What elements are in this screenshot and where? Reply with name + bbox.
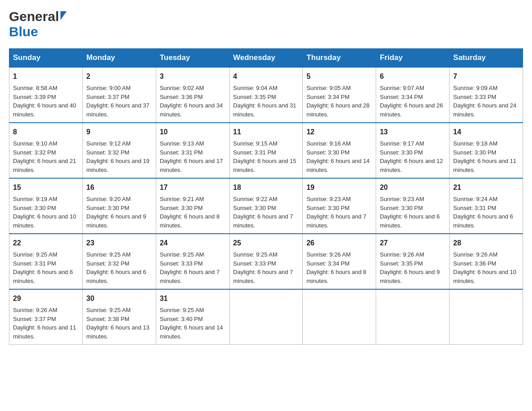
day-cell-6: 6Sunrise: 9:07 AMSunset: 3:34 PMDaylight… <box>376 67 450 123</box>
day-cell-23: 23Sunrise: 9:25 AMSunset: 3:32 PMDayligh… <box>82 234 156 289</box>
day-number: 30 <box>86 293 152 304</box>
day-cell-27: 27Sunrise: 9:26 AMSunset: 3:35 PMDayligh… <box>376 234 450 289</box>
day-cell-7: 7Sunrise: 9:09 AMSunset: 3:33 PMDaylight… <box>450 67 523 123</box>
logo-blue-text: Blue <box>9 24 67 39</box>
day-header-sunday: Sunday <box>9 49 83 68</box>
logo-triangle-icon <box>60 11 67 20</box>
page-header: General Blue <box>9 9 523 39</box>
day-cell-13: 13Sunrise: 9:17 AMSunset: 3:30 PMDayligh… <box>376 123 450 178</box>
day-number: 29 <box>13 293 79 304</box>
day-number: 26 <box>306 238 372 248</box>
day-cell-12: 12Sunrise: 9:16 AMSunset: 3:30 PMDayligh… <box>303 123 376 178</box>
day-header-wednesday: Wednesday <box>229 49 303 68</box>
day-cell-24: 24Sunrise: 9:25 AMSunset: 3:33 PMDayligh… <box>156 234 229 289</box>
day-header-saturday: Saturday <box>450 49 523 68</box>
week-row-2: 8Sunrise: 9:10 AMSunset: 3:32 PMDaylight… <box>9 123 523 178</box>
day-cell-2: 2Sunrise: 9:00 AMSunset: 3:37 PMDaylight… <box>82 67 156 123</box>
day-cell-17: 17Sunrise: 9:21 AMSunset: 3:30 PMDayligh… <box>156 178 229 234</box>
day-number: 6 <box>380 71 446 82</box>
day-number: 12 <box>306 127 372 137</box>
day-cell-4: 4Sunrise: 9:04 AMSunset: 3:35 PMDaylight… <box>229 67 303 123</box>
day-number: 5 <box>306 71 372 82</box>
day-cell-28: 28Sunrise: 9:26 AMSunset: 3:36 PMDayligh… <box>450 234 523 289</box>
day-cell-14: 14Sunrise: 9:18 AMSunset: 3:30 PMDayligh… <box>450 123 523 178</box>
day-cell-19: 19Sunrise: 9:23 AMSunset: 3:30 PMDayligh… <box>303 178 376 234</box>
week-row-5: 29Sunrise: 9:26 AMSunset: 3:37 PMDayligh… <box>9 289 523 345</box>
week-row-4: 22Sunrise: 9:25 AMSunset: 3:31 PMDayligh… <box>9 234 523 289</box>
day-number: 10 <box>160 127 226 137</box>
day-cell-20: 20Sunrise: 9:23 AMSunset: 3:30 PMDayligh… <box>376 178 450 234</box>
empty-cell <box>450 289 523 345</box>
empty-cell <box>303 289 376 345</box>
day-number: 27 <box>380 238 446 248</box>
day-number: 13 <box>380 127 446 137</box>
day-cell-31: 31Sunrise: 9:25 AMSunset: 3:40 PMDayligh… <box>156 289 229 345</box>
day-cell-25: 25Sunrise: 9:25 AMSunset: 3:33 PMDayligh… <box>229 234 303 289</box>
day-cell-10: 10Sunrise: 9:13 AMSunset: 3:31 PMDayligh… <box>156 123 229 178</box>
day-cell-21: 21Sunrise: 9:24 AMSunset: 3:31 PMDayligh… <box>450 178 523 234</box>
day-header-monday: Monday <box>82 49 156 68</box>
day-cell-15: 15Sunrise: 9:19 AMSunset: 3:30 PMDayligh… <box>9 178 83 234</box>
logo-general-text: General <box>9 9 59 24</box>
day-header-tuesday: Tuesday <box>156 49 229 68</box>
day-number: 4 <box>233 71 299 82</box>
day-cell-18: 18Sunrise: 9:22 AMSunset: 3:30 PMDayligh… <box>229 178 303 234</box>
day-number: 16 <box>86 182 152 193</box>
empty-cell <box>229 289 303 345</box>
day-number: 3 <box>160 71 226 82</box>
day-cell-1: 1Sunrise: 8:58 AMSunset: 3:39 PMDaylight… <box>9 67 83 123</box>
day-number: 7 <box>453 71 519 82</box>
day-number: 23 <box>86 238 152 248</box>
day-cell-22: 22Sunrise: 9:25 AMSunset: 3:31 PMDayligh… <box>9 234 83 289</box>
day-number: 25 <box>233 238 299 248</box>
day-number: 24 <box>160 238 226 248</box>
logo: General Blue <box>9 9 67 39</box>
day-number: 11 <box>233 127 299 137</box>
day-number: 1 <box>13 71 79 82</box>
day-cell-16: 16Sunrise: 9:20 AMSunset: 3:30 PMDayligh… <box>82 178 156 234</box>
calendar-header-row: SundayMondayTuesdayWednesdayThursdayFrid… <box>9 49 523 68</box>
week-row-1: 1Sunrise: 8:58 AMSunset: 3:39 PMDaylight… <box>9 67 523 123</box>
day-cell-29: 29Sunrise: 9:26 AMSunset: 3:37 PMDayligh… <box>9 289 83 345</box>
day-cell-30: 30Sunrise: 9:25 AMSunset: 3:38 PMDayligh… <box>82 289 156 345</box>
day-number: 28 <box>453 238 519 248</box>
day-number: 2 <box>86 71 152 82</box>
day-cell-5: 5Sunrise: 9:05 AMSunset: 3:34 PMDaylight… <box>303 67 376 123</box>
day-cell-9: 9Sunrise: 9:12 AMSunset: 3:32 PMDaylight… <box>82 123 156 178</box>
day-number: 31 <box>160 293 226 304</box>
calendar-table: SundayMondayTuesdayWednesdayThursdayFrid… <box>9 48 523 345</box>
empty-cell <box>376 289 450 345</box>
day-number: 8 <box>13 127 79 137</box>
day-cell-26: 26Sunrise: 9:26 AMSunset: 3:34 PMDayligh… <box>303 234 376 289</box>
day-number: 18 <box>233 182 299 193</box>
week-row-3: 15Sunrise: 9:19 AMSunset: 3:30 PMDayligh… <box>9 178 523 234</box>
day-number: 17 <box>160 182 226 193</box>
day-number: 20 <box>380 182 446 193</box>
day-number: 15 <box>13 182 79 193</box>
day-cell-11: 11Sunrise: 9:15 AMSunset: 3:31 PMDayligh… <box>229 123 303 178</box>
day-header-thursday: Thursday <box>303 49 376 68</box>
day-number: 9 <box>86 127 152 137</box>
day-header-friday: Friday <box>376 49 450 68</box>
day-cell-3: 3Sunrise: 9:02 AMSunset: 3:36 PMDaylight… <box>156 67 229 123</box>
day-number: 21 <box>453 182 519 193</box>
day-cell-8: 8Sunrise: 9:10 AMSunset: 3:32 PMDaylight… <box>9 123 83 178</box>
day-number: 14 <box>453 127 519 137</box>
day-number: 22 <box>13 238 79 248</box>
day-number: 19 <box>306 182 372 193</box>
